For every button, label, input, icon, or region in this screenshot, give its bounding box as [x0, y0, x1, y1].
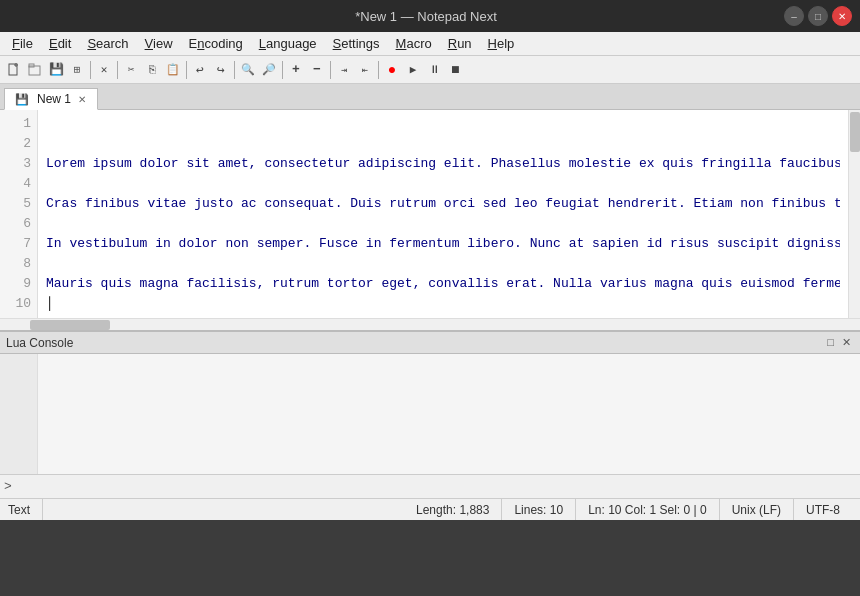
menu-language[interactable]: Language	[251, 34, 325, 53]
line-num-4: 4	[0, 174, 37, 194]
tab-new1[interactable]: 💾 New 1 ✕	[4, 88, 98, 110]
toolbar-sep-3	[186, 61, 187, 79]
title-bar: *New 1 — Notepad Next – □ ✕	[0, 0, 860, 32]
window-controls: – □ ✕	[784, 6, 852, 26]
line-numbers: 1 2 3 4 5 6 7 8 9 10	[0, 110, 38, 318]
lua-console-body	[0, 354, 860, 474]
tb-record[interactable]: ●	[382, 60, 402, 80]
menu-view[interactable]: View	[137, 34, 181, 53]
editor-line-1	[46, 114, 840, 134]
lua-console: Lua Console □ ✕ >	[0, 330, 860, 498]
tb-paste[interactable]: 📋	[163, 60, 183, 80]
tb-zoom-in[interactable]: +	[286, 60, 306, 80]
title-bar-text: *New 1 — Notepad Next	[68, 9, 784, 24]
menu-search[interactable]: Search	[79, 34, 136, 53]
status-position: Ln: 10 Col: 1 Sel: 0 | 0	[576, 499, 720, 520]
status-encoding: UTF-8	[794, 499, 852, 520]
menu-edit[interactable]: Edit	[41, 34, 79, 53]
tb-wrap[interactable]: ⇥	[334, 60, 354, 80]
tb-replace[interactable]: 🔎	[259, 60, 279, 80]
lua-prompt: >	[0, 474, 860, 498]
editor-line-7: In vestibulum in dolor non semper. Fusce…	[46, 234, 840, 254]
horizontal-scrollbar[interactable]	[0, 318, 860, 330]
tb-redo[interactable]: ↪	[211, 60, 231, 80]
tb-save-all[interactable]: ⊞	[67, 60, 87, 80]
toolbar-sep-1	[90, 61, 91, 79]
line-num-6: 6	[0, 214, 37, 234]
tb-copy[interactable]: ⎘	[142, 60, 162, 80]
lua-console-controls: □ ✕	[824, 336, 854, 349]
menu-settings[interactable]: Settings	[325, 34, 388, 53]
menu-file[interactable]: File	[4, 34, 41, 53]
tb-close[interactable]: ✕	[94, 60, 114, 80]
menu-macro[interactable]: Macro	[388, 34, 440, 53]
h-scrollbar-thumb[interactable]	[30, 320, 110, 330]
line-num-5: 5	[0, 194, 37, 214]
line-num-8: 8	[0, 254, 37, 274]
tab-close-button[interactable]: ✕	[77, 94, 87, 105]
editor-line-10[interactable]: │	[46, 294, 840, 314]
toolbar-sep-2	[117, 61, 118, 79]
lua-content[interactable]	[38, 354, 860, 474]
toolbar-sep-6	[330, 61, 331, 79]
lua-close-button[interactable]: ✕	[839, 336, 854, 349]
scrollbar-thumb[interactable]	[850, 112, 860, 152]
tb-cut[interactable]: ✂	[121, 60, 141, 80]
menu-help[interactable]: Help	[480, 34, 523, 53]
vertical-scrollbar[interactable]	[848, 110, 860, 318]
lua-console-header: Lua Console □ ✕	[0, 332, 860, 354]
toolbar: 💾 ⊞ ✕ ✂ ⎘ 📋 ↩ ↪ 🔍 🔎 + − ⇥ ⇤ ● ▶ ⏸ ⏹	[0, 56, 860, 84]
tb-undo[interactable]: ↩	[190, 60, 210, 80]
tb-zoom-out[interactable]: −	[307, 60, 327, 80]
lua-restore-button[interactable]: □	[824, 336, 837, 349]
editor-content[interactable]: Lorem ipsum dolor sit amet, consectetur …	[38, 110, 848, 318]
status-bar: Text Length: 1,883 Lines: 10 Ln: 10 Col:…	[0, 498, 860, 520]
close-button[interactable]: ✕	[832, 6, 852, 26]
tb-play-macro[interactable]: ▶	[403, 60, 423, 80]
lua-gutter	[0, 354, 38, 474]
tb-save[interactable]: 💾	[46, 60, 66, 80]
minimize-button[interactable]: –	[784, 6, 804, 26]
menu-bar: File Edit Search View Encoding Language …	[0, 32, 860, 56]
tb-new[interactable]	[4, 60, 24, 80]
editor-line-4	[46, 174, 840, 194]
line-num-3: 3	[0, 154, 37, 174]
editor-line-6	[46, 214, 840, 234]
line-num-9: 9	[0, 274, 37, 294]
line-num-7: 7	[0, 234, 37, 254]
menu-encoding[interactable]: Encoding	[181, 34, 251, 53]
line-num-10: 10	[0, 294, 37, 314]
editor-line-9: Mauris quis magna facilisis, rutrum tort…	[46, 274, 840, 294]
line-num-2: 2	[0, 134, 37, 154]
toolbar-sep-7	[378, 61, 379, 79]
status-lines: Lines: 10	[502, 499, 576, 520]
maximize-button[interactable]: □	[808, 6, 828, 26]
tb-open[interactable]	[25, 60, 45, 80]
lua-input[interactable]	[16, 479, 856, 494]
lua-console-title: Lua Console	[6, 336, 73, 350]
status-type: Text	[8, 499, 43, 520]
menu-run[interactable]: Run	[440, 34, 480, 53]
tb-indent[interactable]: ⇤	[355, 60, 375, 80]
tb-find[interactable]: 🔍	[238, 60, 258, 80]
lua-prompt-arrow: >	[4, 479, 12, 494]
status-line-ending: Unix (LF)	[720, 499, 794, 520]
tab-bar: 💾 New 1 ✕	[0, 84, 860, 110]
line-num-1: 1	[0, 114, 37, 134]
toolbar-sep-5	[282, 61, 283, 79]
status-length: Length: 1,883	[404, 499, 502, 520]
tb-stop-macro[interactable]: ⏸	[424, 60, 444, 80]
tab-label: New 1	[37, 92, 71, 106]
tb-run[interactable]: ⏹	[445, 60, 465, 80]
editor-line-3: Lorem ipsum dolor sit amet, consectetur …	[46, 154, 840, 174]
editor-line-2	[46, 134, 840, 154]
editor-line-5: Cras finibus vitae justo ac consequat. D…	[46, 194, 840, 214]
editor-line-8	[46, 254, 840, 274]
editor-area[interactable]: 1 2 3 4 5 6 7 8 9 10 Lorem ipsum dolor s…	[0, 110, 860, 330]
toolbar-sep-4	[234, 61, 235, 79]
